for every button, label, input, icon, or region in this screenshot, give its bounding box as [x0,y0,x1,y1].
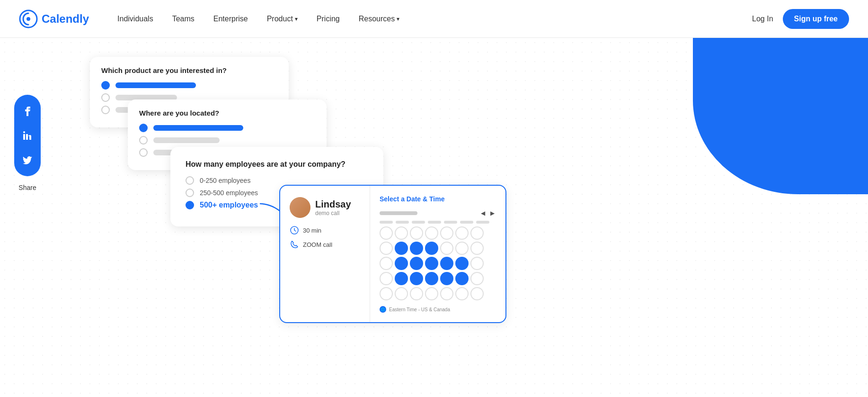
cal-day[interactable] [380,242,393,255]
day-label [412,221,425,224]
social-sidebar: Share [14,95,41,191]
card1-row1 [101,81,277,90]
cal-day-available[interactable] [410,272,423,285]
main-content: Share Which product are you interested i… [0,38,868,397]
nav-resources[interactable]: Resources ▾ [359,15,399,23]
nav-product[interactable]: Product ▾ [267,15,298,23]
radio-emp-2[interactable] [186,189,194,197]
day-label [380,221,393,224]
cal-day-available[interactable] [425,272,438,285]
person-name: Lindsay [315,199,351,210]
card2-row2 [139,136,315,144]
cal-day[interactable] [455,226,469,240]
cal-day-available[interactable] [455,257,469,270]
radio-emp-1[interactable] [186,176,194,185]
card3-title: How many employees are at your company? [186,160,370,169]
nav-pricing[interactable]: Pricing [317,15,340,23]
select-date-title: Select a Date & Time [380,195,496,203]
cal-day-available[interactable] [440,272,453,285]
cal-day[interactable] [380,272,393,285]
logo[interactable]: Calendly [19,9,89,28]
radio-unselected[interactable] [101,93,110,102]
radio-emp-3-selected[interactable] [186,201,194,209]
twitter-icon[interactable] [21,153,34,167]
nav-teams[interactable]: Teams [172,15,195,23]
option-bar-blue [115,82,196,88]
calendar-header: ◀ ▶ [380,209,496,217]
day-label [444,221,457,224]
cal-day-available[interactable] [455,272,469,285]
cal-day[interactable] [440,226,453,240]
booking-calendar-panel: Select a Date & Time ◀ ▶ [370,186,505,322]
timezone-info: 🌐 Eastern Time - US & Canada [380,306,496,313]
facebook-icon[interactable] [21,104,34,117]
employee-option-1[interactable]: 0-250 employees [186,176,370,185]
month-bar [380,211,417,215]
cal-day[interactable] [380,287,393,300]
radio-unselected-loc2[interactable] [139,148,148,157]
cal-day[interactable] [470,242,484,255]
cal-day[interactable] [470,226,484,240]
next-month-button[interactable]: ▶ [488,209,496,217]
nav-individuals[interactable]: Individuals [117,15,153,23]
person-sub: demo call [315,210,351,217]
svg-point-1 [27,17,30,21]
cal-day[interactable] [455,287,469,300]
navbar: Calendly Individuals Teams Enterprise Pr… [0,0,868,38]
logo-text: Calendly [42,12,89,26]
day-label [396,221,409,224]
prev-month-button[interactable]: ◀ [479,209,487,217]
clock-icon [290,226,299,235]
booking-person-info: Lindsay demo call [290,197,360,218]
cal-day[interactable] [410,287,423,300]
timezone-icon: 🌐 [380,306,386,313]
cal-day[interactable] [395,226,408,240]
linkedin-icon[interactable] [21,129,34,142]
cal-day[interactable] [470,257,484,270]
employee-label-1: 0-250 employees [200,177,250,184]
card1-title: Which product are you interested in? [101,66,277,74]
loc-bar-gray [153,137,220,143]
day-label [476,221,489,224]
cal-day-available[interactable] [410,242,423,255]
day-label [460,221,473,224]
share-label: Share [18,184,36,191]
loc-bar-blue [153,125,243,131]
login-button[interactable]: Log In [752,15,773,23]
day-label [428,221,441,224]
cal-day[interactable] [455,242,469,255]
cal-day[interactable] [425,226,438,240]
cal-day[interactable] [380,226,393,240]
cal-day[interactable] [380,257,393,270]
cal-day-available[interactable] [395,242,408,255]
cal-day-available[interactable] [425,242,438,255]
cal-day[interactable] [470,272,484,285]
booking-card: Lindsay demo call 30 min [279,185,506,323]
radio-selected[interactable] [101,81,110,90]
card2-row1 [139,124,315,132]
cal-day[interactable] [395,287,408,300]
booking-details: 30 min ZOOM call [290,226,360,249]
cal-day-available[interactable] [395,272,408,285]
duration-row: 30 min [290,226,360,235]
social-pill [14,95,41,176]
cal-day[interactable] [440,242,453,255]
cal-day-available[interactable] [395,257,408,270]
signup-button[interactable]: Sign up free [783,9,849,29]
cal-day-available[interactable] [425,257,438,270]
call-type-row: ZOOM call [290,240,360,249]
cal-day[interactable] [440,287,453,300]
phone-icon [290,240,299,249]
cal-day[interactable] [425,287,438,300]
radio-unselected-2[interactable] [101,106,110,114]
cal-day-available[interactable] [410,257,423,270]
cal-day-available[interactable] [440,257,453,270]
cal-day[interactable] [410,226,423,240]
avatar-image [290,197,310,218]
duration-text: 30 min [303,227,321,234]
radio-selected-loc[interactable] [139,124,148,132]
cal-day[interactable] [470,287,484,300]
booking-left-panel: Lindsay demo call 30 min [280,186,370,322]
nav-enterprise[interactable]: Enterprise [213,15,248,23]
radio-unselected-loc[interactable] [139,136,148,144]
